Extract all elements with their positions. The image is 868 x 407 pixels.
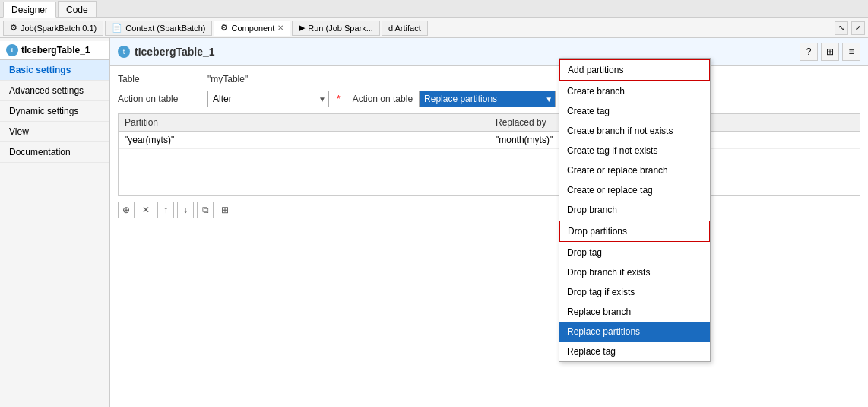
component-type-icon: t (6, 44, 18, 56)
cell-partition: "year(myts)" (119, 132, 489, 148)
action-label: Action on table (118, 94, 201, 104)
dropdown-item-6[interactable]: Create or replace tag (559, 180, 710, 200)
dropdown-item-1[interactable]: Create branch (559, 81, 710, 101)
minimize-button[interactable]: ⤡ (835, 21, 848, 35)
panel-title: tIcebergTable_1 (135, 46, 795, 58)
move-up-button[interactable]: ↑ (157, 202, 174, 218)
table-empty-area (119, 149, 860, 195)
dropdown-item-8[interactable]: Drop partitions (559, 221, 710, 242)
maximize-button[interactable]: ⤢ (851, 21, 865, 35)
table-value: "myTable" (207, 74, 248, 84)
sidebar-item-advanced-settings[interactable]: Advanced settings (0, 81, 109, 101)
panel-component-icon: t (118, 46, 130, 58)
action-on-table-select-2[interactable]: Replace partitions Add partitions Drop p… (419, 91, 556, 107)
action-label-2: Action on table (353, 94, 413, 104)
sidebar: t tIcebergTable_1 Basic settings Advance… (0, 38, 110, 407)
ctx-tab-job[interactable]: ⚙ Job(SparkBatch 0.1) (3, 21, 103, 36)
table-row[interactable]: "year(myts)" "month(myts)" (119, 132, 860, 149)
partition-table: Partition Replaced by "year(myts)" "mont… (118, 113, 860, 196)
dropdown-item-12[interactable]: Replace branch (559, 302, 710, 322)
dropdown-item-0[interactable]: Add partitions (559, 59, 710, 81)
add-row-button[interactable]: ⊕ (118, 202, 135, 218)
menu-button[interactable]: ≡ (842, 43, 860, 61)
run-icon: ▶ (299, 23, 305, 33)
required-star: * (337, 94, 341, 104)
ctx-tab-component[interactable]: ⚙ Component ✕ (214, 21, 290, 36)
grid-button[interactable]: ⊞ (821, 43, 839, 61)
table-form-row: Table "myTable" (118, 74, 860, 84)
main-area: t tIcebergTable_1 Basic settings Advance… (0, 38, 868, 407)
sidebar-item-basic-settings[interactable]: Basic settings (0, 60, 109, 81)
action-select-wrapper-2: Replace partitions Add partitions Drop p… (419, 91, 556, 107)
panel-actions: ? ⊞ ≡ (800, 43, 860, 61)
action-on-table-select[interactable]: Alter Create Drop (207, 91, 329, 107)
component-icon: ⚙ (220, 23, 228, 33)
help-button[interactable]: ? (800, 43, 818, 61)
component-panel: t tIcebergTable_1 ? ⊞ ≡ Table "myTable" … (110, 38, 868, 407)
context-bar: ⚙ Job(SparkBatch 0.1) 📄 Context (SparkBa… (0, 18, 868, 38)
dropdown-item-9[interactable]: Drop tag (559, 243, 710, 262)
table-toolbar: ⊕ ✕ ↑ ↓ ⧉ ⊞ (118, 202, 860, 218)
table-header: Partition Replaced by (119, 114, 860, 132)
component-header: t tIcebergTable_1 (0, 41, 109, 60)
job-icon: ⚙ (10, 23, 17, 33)
action-form-row: Action on table Alter Create Drop ▼ * Ac… (118, 91, 860, 107)
dropdown-menu: Add partitionsCreate branchCreate tagCre… (559, 58, 711, 362)
dropdown-item-7[interactable]: Drop branch (559, 200, 710, 220)
component-title: tIcebergTable_1 (21, 45, 90, 56)
action-select-wrapper: Alter Create Drop ▼ (207, 91, 329, 107)
expand-buttons: ⤡ ⤢ (835, 21, 865, 35)
tab-code[interactable]: Code (58, 1, 97, 17)
sidebar-item-documentation[interactable]: Documentation (0, 142, 109, 163)
close-icon[interactable]: ✕ (277, 24, 284, 32)
dropdown-item-13[interactable]: Replace partitions (559, 322, 710, 342)
panel-body: Table "myTable" Action on table Alter Cr… (110, 66, 868, 226)
ctx-tab-artifact[interactable]: d Artifact (382, 21, 428, 36)
dropdown-item-10[interactable]: Drop branch if exists (559, 262, 710, 282)
copy-button[interactable]: ⧉ (197, 202, 214, 218)
context-icon: 📄 (112, 23, 122, 33)
column-partition: Partition (119, 114, 489, 131)
paste-button[interactable]: ⊞ (217, 202, 233, 218)
dropdown-item-4[interactable]: Create tag if not exists (559, 141, 710, 161)
table-label: Table (118, 74, 201, 84)
dropdown-item-3[interactable]: Create branch if not exists (559, 121, 710, 141)
content-area: t tIcebergTable_1 ? ⊞ ≡ Table "myTable" … (110, 38, 868, 407)
move-down-button[interactable]: ↓ (177, 202, 194, 218)
dropdown-item-11[interactable]: Drop tag if exists (559, 282, 710, 302)
tab-bar: Designer Code (0, 0, 868, 18)
ctx-tab-context[interactable]: 📄 Context (SparkBatch) (105, 21, 212, 36)
sidebar-item-view[interactable]: View (0, 122, 109, 142)
ctx-tab-run[interactable]: ▶ Run (Job Spark... (292, 21, 380, 36)
dropdown-item-2[interactable]: Create tag (559, 101, 710, 121)
remove-row-button[interactable]: ✕ (138, 202, 154, 218)
dropdown-item-5[interactable]: Create or replace branch (559, 161, 710, 180)
panel-header: t tIcebergTable_1 ? ⊞ ≡ (110, 38, 868, 66)
dropdown-item-14[interactable]: Replace tag (559, 342, 710, 361)
sidebar-item-dynamic-settings[interactable]: Dynamic settings (0, 101, 109, 122)
tab-designer[interactable]: Designer (3, 2, 56, 18)
